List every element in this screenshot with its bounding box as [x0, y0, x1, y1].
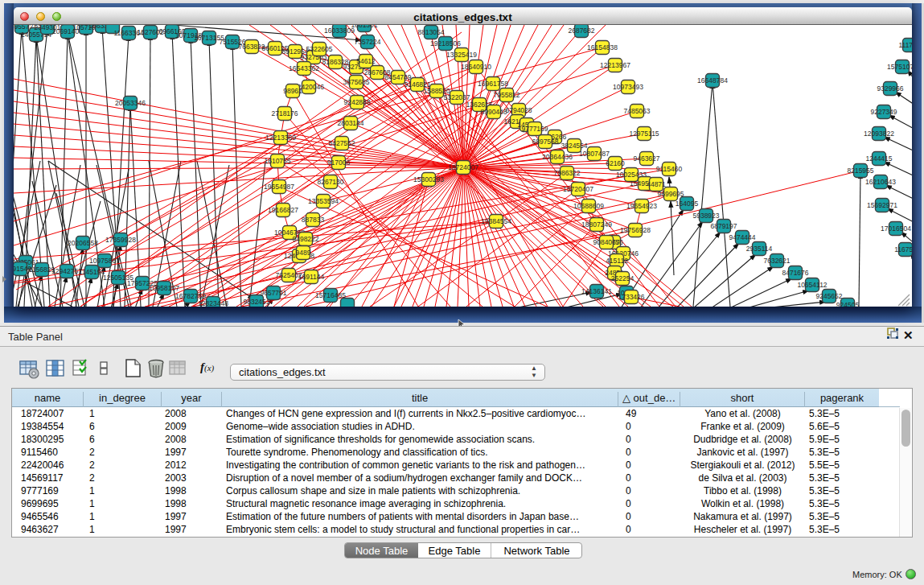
svg-text:12942757: 12942757 — [51, 267, 82, 275]
svg-text:8471676: 8471676 — [782, 269, 808, 277]
svg-text:18724007: 18724007 — [448, 163, 478, 171]
svg-text:9245652: 9245652 — [815, 292, 842, 300]
svg-text:9489: 9489 — [296, 249, 311, 257]
svg-text:6879197: 6879197 — [710, 222, 737, 230]
svg-text:924505: 924505 — [836, 301, 860, 307]
svg-text:16648784: 16648784 — [697, 76, 728, 84]
svg-text:19384554: 19384554 — [481, 217, 511, 225]
svg-text:15720407: 15720407 — [563, 185, 593, 193]
svg-text:10688609: 10688609 — [573, 202, 604, 210]
svg-text:917006: 917006 — [327, 159, 351, 167]
svg-text:98961: 98961 — [283, 87, 302, 95]
svg-text:15692971: 15692971 — [867, 201, 897, 209]
svg-text:12093822: 12093822 — [864, 130, 894, 138]
svg-text:44871: 44871 — [647, 180, 666, 188]
svg-text:9657791: 9657791 — [260, 289, 286, 297]
svg-text:1691144: 1691144 — [298, 273, 325, 281]
svg-text:13353594: 13353594 — [308, 197, 339, 205]
svg-text:6794028: 6794028 — [505, 106, 532, 114]
svg-text:10958107: 10958107 — [149, 284, 179, 292]
svg-text:1881301: 1881301 — [351, 25, 377, 29]
svg-text:16033809: 16033809 — [324, 27, 355, 35]
svg-text:19654987: 19654987 — [264, 183, 294, 191]
svg-text:8990448: 8990448 — [480, 108, 507, 116]
svg-text:111745: 111745 — [898, 41, 912, 49]
svg-text:7632621: 7632621 — [763, 257, 790, 265]
svg-text:5938923: 5938923 — [692, 212, 719, 220]
svg-text:19654923: 19654923 — [626, 202, 657, 210]
svg-text:10973493: 10973493 — [613, 83, 643, 91]
svg-text:16154838: 16154838 — [587, 43, 618, 51]
svg-text:9832451: 9832451 — [243, 298, 269, 306]
svg-text:9474444: 9474444 — [729, 233, 755, 241]
svg-text:9498222: 9498222 — [292, 235, 318, 243]
svg-text:9699695: 9699695 — [657, 190, 684, 198]
svg-text:19218506: 19218506 — [430, 39, 461, 47]
svg-text:19756928: 19756928 — [620, 226, 651, 234]
svg-text:54612: 54612 — [356, 57, 376, 65]
svg-text:12823448: 12823448 — [198, 299, 228, 307]
svg-text:18640910: 18640910 — [461, 63, 491, 71]
svg-text:1145194: 1145194 — [79, 268, 105, 276]
svg-text:9463627: 9463627 — [633, 154, 659, 163]
svg-text:2687682: 2687682 — [568, 27, 594, 35]
svg-text:19166827: 19166827 — [268, 206, 298, 214]
svg-text:1733426: 1733426 — [618, 293, 644, 301]
svg-text:415112: 415112 — [606, 257, 628, 265]
svg-text:16961758: 16961758 — [478, 80, 508, 88]
svg-text:62160: 62160 — [606, 159, 625, 167]
svg-text:8267130: 8267130 — [317, 178, 343, 186]
svg-text:9115460: 9115460 — [656, 165, 683, 173]
svg-text:10654112: 10654112 — [797, 281, 827, 289]
svg-text:2803144: 2803144 — [337, 119, 363, 127]
svg-text:1610755: 1610755 — [264, 157, 290, 165]
svg-text:9242848: 9242848 — [343, 98, 370, 106]
svg-text:7357224: 7357224 — [354, 38, 380, 46]
svg-text:887833: 887833 — [302, 216, 325, 224]
svg-text:9084067: 9084067 — [593, 238, 619, 246]
svg-text:8427552: 8427552 — [328, 139, 355, 147]
svg-text:15751074: 15751074 — [887, 63, 912, 71]
svg-text:164095: 164095 — [676, 200, 699, 208]
svg-text:15300293: 15300293 — [413, 175, 444, 183]
svg-text:13325419: 13325419 — [446, 51, 477, 59]
svg-text:7955812: 7955812 — [493, 91, 519, 99]
svg-text:116753: 116753 — [894, 245, 912, 253]
svg-text:12213967: 12213967 — [600, 61, 630, 69]
svg-text:20053346: 20053346 — [115, 99, 146, 107]
svg-text:252254: 252254 — [611, 274, 634, 282]
svg-text:6897568: 6897568 — [532, 138, 558, 146]
svg-text:9227349: 9227349 — [870, 108, 897, 116]
svg-text:9777169: 9777169 — [521, 125, 548, 133]
svg-text:12975115: 12975115 — [629, 130, 659, 138]
svg-text:20364436: 20364436 — [542, 153, 573, 161]
svg-text:16210643: 16210643 — [865, 178, 896, 186]
svg-text:18807249: 18807249 — [581, 220, 612, 229]
svg-text:3824554: 3824554 — [561, 142, 587, 150]
svg-text:7986322: 7986322 — [553, 169, 580, 177]
svg-text:8215955: 8215955 — [847, 167, 873, 175]
svg-text:16543362: 16543362 — [289, 64, 319, 72]
svg-text:2935114: 2935114 — [746, 245, 773, 253]
svg-text:1244415: 1244415 — [865, 154, 892, 163]
svg-text:12213369: 12213369 — [265, 134, 296, 142]
svg-text:10975867: 10975867 — [89, 257, 120, 265]
svg-text:5322605: 5322605 — [306, 45, 332, 53]
svg-text:3875685: 3875685 — [343, 78, 369, 86]
svg-text:17359928: 17359928 — [105, 236, 136, 244]
svg-text:10807487: 10807487 — [579, 150, 610, 158]
svg-text:2718176: 2718176 — [271, 109, 298, 117]
svg-text:8813054: 8813054 — [417, 28, 444, 36]
svg-text:17016504: 17016504 — [881, 225, 911, 233]
svg-text:9329966: 9329966 — [877, 84, 903, 93]
svg-text:15716485: 15716485 — [315, 291, 346, 299]
svg-text:7485063: 7485063 — [623, 107, 650, 115]
svg-text:14136141: 14136141 — [581, 287, 612, 295]
svg-text:20206558: 20206558 — [68, 239, 98, 247]
